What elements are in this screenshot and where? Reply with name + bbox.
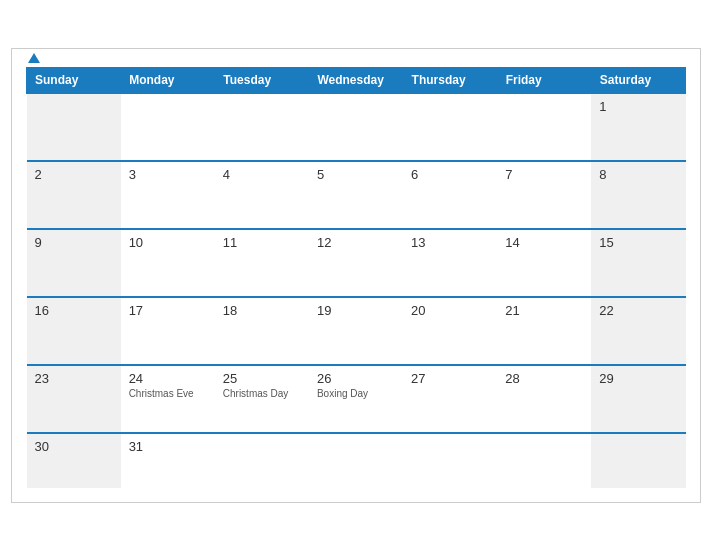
date-number: 8 [599, 167, 677, 182]
date-number: 26 [317, 371, 395, 386]
date-number: 17 [129, 303, 207, 318]
holiday-label: Christmas Eve [129, 388, 207, 399]
calendar-table: Sunday Monday Tuesday Wednesday Thursday… [26, 67, 686, 488]
calendar-week-row: 2345678 [27, 161, 686, 229]
weekday-header-row: Sunday Monday Tuesday Wednesday Thursday… [27, 67, 686, 93]
logo-blue-text [26, 52, 40, 66]
calendar-cell: 15 [591, 229, 685, 297]
date-number: 12 [317, 235, 395, 250]
calendar-cell [497, 433, 591, 488]
date-number: 9 [35, 235, 113, 250]
header-saturday: Saturday [591, 67, 685, 93]
header-friday: Friday [497, 67, 591, 93]
date-number: 29 [599, 371, 677, 386]
calendar-cell [591, 433, 685, 488]
date-number: 2 [35, 167, 113, 182]
header-thursday: Thursday [403, 67, 497, 93]
calendar-thead: Sunday Monday Tuesday Wednesday Thursday… [27, 67, 686, 93]
date-number: 19 [317, 303, 395, 318]
holiday-label: Boxing Day [317, 388, 395, 399]
calendar-cell: 11 [215, 229, 309, 297]
calendar-cell: 13 [403, 229, 497, 297]
calendar-cell [497, 93, 591, 161]
calendar-cell: 7 [497, 161, 591, 229]
calendar-cell: 8 [591, 161, 685, 229]
calendar-cell: 4 [215, 161, 309, 229]
calendar-cell: 27 [403, 365, 497, 433]
date-number: 1 [599, 99, 677, 114]
calendar-week-row: 9101112131415 [27, 229, 686, 297]
calendar-cell: 30 [27, 433, 121, 488]
calendar-cell [121, 93, 215, 161]
calendar-cell: 20 [403, 297, 497, 365]
date-number: 18 [223, 303, 301, 318]
calendar-cell: 5 [309, 161, 403, 229]
header-tuesday: Tuesday [215, 67, 309, 93]
calendar-cell: 18 [215, 297, 309, 365]
calendar-cell: 12 [309, 229, 403, 297]
calendar-cell [309, 433, 403, 488]
calendar-cell: 19 [309, 297, 403, 365]
holiday-label: Christmas Day [223, 388, 301, 399]
date-number: 27 [411, 371, 489, 386]
calendar-cell: 29 [591, 365, 685, 433]
date-number: 13 [411, 235, 489, 250]
calendar-cell: 22 [591, 297, 685, 365]
date-number: 31 [129, 439, 207, 454]
calendar-cell [309, 93, 403, 161]
date-number: 7 [505, 167, 583, 182]
calendar-cell [403, 433, 497, 488]
calendar-cell: 17 [121, 297, 215, 365]
calendar-cell: 21 [497, 297, 591, 365]
calendar-cell: 26Boxing Day [309, 365, 403, 433]
calendar-week-row: 1 [27, 93, 686, 161]
date-number: 10 [129, 235, 207, 250]
date-number: 16 [35, 303, 113, 318]
date-number: 24 [129, 371, 207, 386]
calendar-cell [27, 93, 121, 161]
calendar-cell: 1 [591, 93, 685, 161]
calendar-cell [215, 93, 309, 161]
date-number: 5 [317, 167, 395, 182]
calendar-cell: 9 [27, 229, 121, 297]
calendar-cell [403, 93, 497, 161]
calendar-cell: 23 [27, 365, 121, 433]
calendar-cell: 3 [121, 161, 215, 229]
date-number: 22 [599, 303, 677, 318]
calendar: Sunday Monday Tuesday Wednesday Thursday… [11, 48, 701, 503]
date-number: 21 [505, 303, 583, 318]
date-number: 25 [223, 371, 301, 386]
calendar-cell: 31 [121, 433, 215, 488]
date-number: 28 [505, 371, 583, 386]
calendar-cell: 6 [403, 161, 497, 229]
calendar-cell: 28 [497, 365, 591, 433]
date-number: 3 [129, 167, 207, 182]
logo [26, 52, 40, 66]
date-number: 23 [35, 371, 113, 386]
calendar-cell: 25Christmas Day [215, 365, 309, 433]
header-wednesday: Wednesday [309, 67, 403, 93]
date-number: 20 [411, 303, 489, 318]
calendar-cell [215, 433, 309, 488]
calendar-body: 123456789101112131415161718192021222324C… [27, 93, 686, 488]
calendar-cell: 24Christmas Eve [121, 365, 215, 433]
calendar-week-row: 16171819202122 [27, 297, 686, 365]
date-number: 15 [599, 235, 677, 250]
header-sunday: Sunday [27, 67, 121, 93]
calendar-week-row: 2324Christmas Eve25Christmas Day26Boxing… [27, 365, 686, 433]
date-number: 4 [223, 167, 301, 182]
calendar-cell: 16 [27, 297, 121, 365]
calendar-cell: 10 [121, 229, 215, 297]
header-monday: Monday [121, 67, 215, 93]
date-number: 30 [35, 439, 113, 454]
logo-triangle-icon [28, 53, 40, 63]
calendar-cell: 2 [27, 161, 121, 229]
calendar-week-row: 3031 [27, 433, 686, 488]
date-number: 14 [505, 235, 583, 250]
date-number: 6 [411, 167, 489, 182]
calendar-cell: 14 [497, 229, 591, 297]
date-number: 11 [223, 235, 301, 250]
